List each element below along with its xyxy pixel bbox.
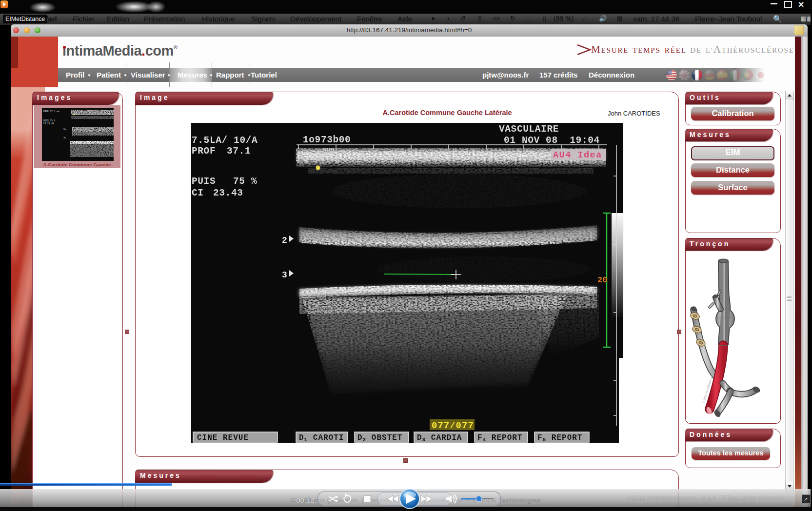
svg-text:077/077: 077/077 bbox=[432, 420, 474, 431]
svg-text:75 %: 75 % bbox=[233, 176, 257, 187]
svg-text:20: 20 bbox=[597, 275, 607, 285]
svg-text:37.1: 37.1 bbox=[227, 146, 251, 157]
svg-text:2: 2 bbox=[282, 236, 287, 245]
svg-text:mm: mm bbox=[323, 146, 335, 157]
svg-text:PUIS: PUIS bbox=[192, 176, 216, 187]
svg-text:VASCULAIRE: VASCULAIRE bbox=[499, 124, 559, 135]
svg-text:01 NOV 08 19:04: 01 NOV 08 19:04 bbox=[504, 135, 600, 146]
svg-text:7.5LA/ 10/A: 7.5LA/ 10/A bbox=[192, 135, 257, 146]
svg-text:23.43: 23.43 bbox=[213, 188, 243, 198]
svg-text:3▶: 3▶ bbox=[63, 137, 66, 139]
svg-text:1o973b00: 1o973b00 bbox=[303, 135, 351, 145]
svg-text:AU4 Idea: AU4 Idea bbox=[553, 150, 602, 160]
svg-text:PROF: PROF bbox=[192, 146, 216, 157]
svg-text:CI: CI bbox=[192, 188, 204, 198]
svg-text:CI 23.43: CI 23.43 bbox=[43, 122, 54, 125]
svg-text:00:12: 00:12 bbox=[296, 496, 315, 504]
svg-text:2▶: 2▶ bbox=[63, 128, 66, 131]
svg-text:3: 3 bbox=[282, 270, 287, 280]
svg-text:PUIS 75 %: PUIS 75 % bbox=[43, 119, 56, 122]
svg-text:PROF 37.1 mm: PROF 37.1 mm bbox=[43, 110, 59, 113]
svg-text:CINE REVUE: CINE REVUE bbox=[197, 433, 249, 442]
